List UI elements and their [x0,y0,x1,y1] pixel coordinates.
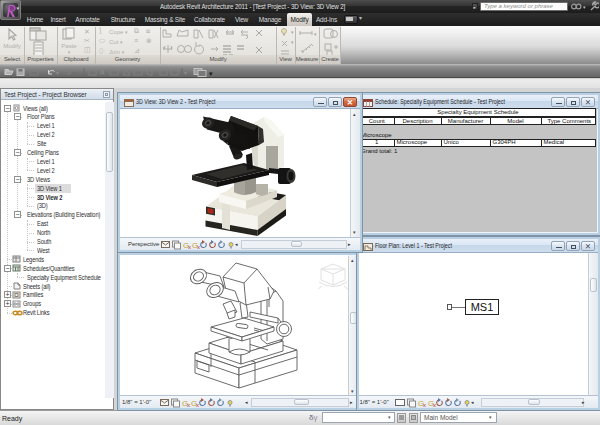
svg-text:x: x [196,402,199,408]
svg-text:▾: ▾ [209,70,213,77]
svg-text:▾: ▾ [184,70,187,76]
svg-text:x: x [187,402,190,408]
svg-text:▾: ▾ [291,29,294,35]
svg-text:▾: ▾ [73,70,76,76]
svg-text:▾: ▾ [314,31,317,37]
svg-text:x: x [423,402,426,408]
svg-text:x: x [197,244,200,250]
svg-text:▾: ▾ [56,70,59,76]
svg-text:A: A [100,69,105,76]
svg-text:x: x [188,244,191,250]
svg-text:x: x [433,402,436,408]
svg-text:▾: ▾ [291,39,294,45]
